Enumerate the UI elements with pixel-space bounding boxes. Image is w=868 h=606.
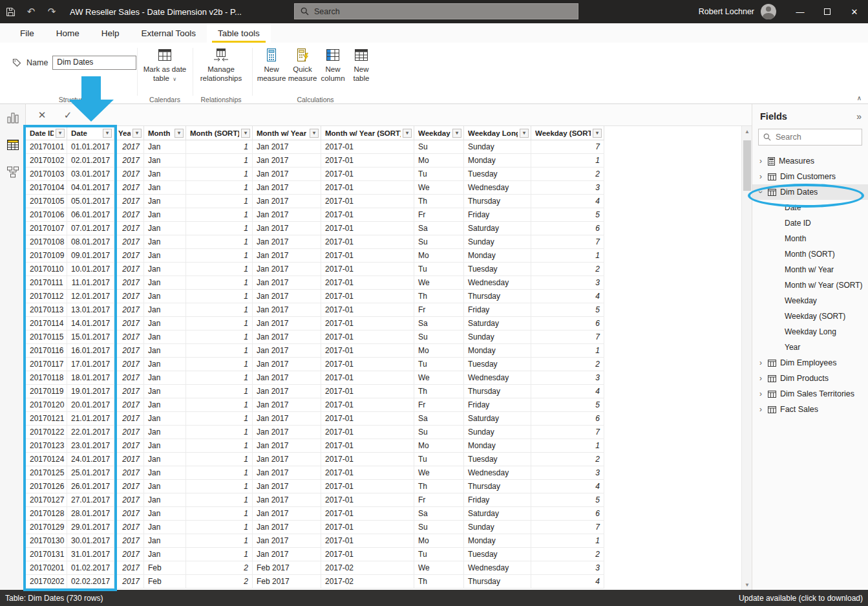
cell[interactable]: We — [414, 371, 464, 385]
cell[interactable]: Tuesday — [464, 548, 531, 561]
field-column-date-id[interactable]: Date ID — [752, 215, 868, 231]
save-button[interactable] — [0, 0, 21, 23]
cell[interactable]: 1 — [186, 303, 253, 317]
cell[interactable]: 15.01.2017 — [67, 330, 114, 344]
column-header-date-id[interactable]: Date ID▾ — [26, 126, 67, 140]
cell[interactable]: 16.01.2017 — [67, 344, 114, 358]
cell[interactable]: 2017 — [114, 371, 144, 385]
cell[interactable]: 20170102 — [26, 154, 67, 168]
cell[interactable]: 2017 — [114, 330, 144, 344]
cell[interactable]: Jan 2017 — [253, 385, 321, 398]
cell[interactable]: 23.01.2017 — [67, 439, 114, 453]
undo-button[interactable]: ↶ — [21, 0, 41, 23]
cell[interactable]: 12.01.2017 — [67, 290, 114, 303]
cell[interactable]: 2017 — [114, 453, 144, 466]
cell[interactable]: Jan — [144, 385, 186, 398]
cell[interactable]: 2017-01 — [321, 154, 414, 168]
column-header-weekday-sort[interactable]: Weekday (SORT)▾ — [531, 126, 604, 140]
cell[interactable]: 2017-01 — [321, 276, 414, 290]
cell[interactable]: 1 — [531, 344, 604, 358]
cell[interactable]: 2017-01 — [321, 303, 414, 317]
cell[interactable]: Jan 2017 — [253, 466, 321, 480]
cell[interactable]: 2017 — [114, 303, 144, 317]
column-filter-dropdown-icon[interactable]: ▾ — [403, 129, 412, 138]
cell[interactable]: 1 — [186, 344, 253, 358]
cell[interactable]: Jan — [144, 208, 186, 222]
cell[interactable]: We — [414, 181, 464, 195]
cell[interactable]: 1 — [186, 208, 253, 222]
cell[interactable]: 2017-01 — [321, 426, 414, 439]
cell[interactable]: 2017 — [114, 208, 144, 222]
cell[interactable]: Jan — [144, 398, 186, 412]
table-name-input[interactable]: Dim Dates — [52, 56, 136, 70]
cell[interactable]: 20170123 — [26, 439, 67, 453]
cell[interactable]: Jan — [144, 480, 186, 493]
column-filter-dropdown-icon[interactable]: ▾ — [175, 129, 184, 138]
cell[interactable]: 2017-01 — [321, 548, 414, 561]
cell[interactable]: 22.01.2017 — [67, 426, 114, 439]
cell[interactable]: 2017-01 — [321, 290, 414, 303]
cell[interactable]: 2017 — [114, 575, 144, 589]
cell[interactable]: Jan — [144, 330, 186, 344]
cell[interactable]: 2017 — [114, 507, 144, 521]
cell[interactable]: 02.01.2017 — [67, 154, 114, 168]
cell[interactable]: 1 — [186, 385, 253, 398]
cell[interactable]: Monday — [464, 439, 531, 453]
cell[interactable]: 2017-01 — [321, 317, 414, 330]
field-table-dim-dates[interactable]: ›Dim Dates — [752, 184, 868, 200]
cell[interactable]: 5 — [531, 493, 604, 507]
cell[interactable]: Jan 2017 — [253, 222, 321, 235]
cell[interactable]: 7 — [531, 426, 604, 439]
cell[interactable]: 20170122 — [26, 426, 67, 439]
cell[interactable]: Tu — [414, 548, 464, 561]
cell[interactable]: Feb 2017 — [253, 575, 321, 589]
collapse-pane-icon[interactable]: » — [856, 111, 862, 122]
cell[interactable]: 20170111 — [26, 276, 67, 290]
tab-home[interactable]: Home — [45, 23, 90, 43]
cell[interactable]: 20170114 — [26, 317, 67, 330]
cell[interactable]: 1 — [186, 412, 253, 426]
cell[interactable]: 20170118 — [26, 371, 67, 385]
cell[interactable]: 2017-01 — [321, 453, 414, 466]
cell[interactable]: 27.01.2017 — [67, 493, 114, 507]
cell[interactable]: 1 — [186, 181, 253, 195]
cell[interactable]: 20170124 — [26, 453, 67, 466]
cell[interactable]: 2017-01 — [321, 480, 414, 493]
cell[interactable]: 03.01.2017 — [67, 168, 114, 181]
cell[interactable]: We — [414, 466, 464, 480]
cell[interactable]: Th — [414, 385, 464, 398]
cell[interactable]: 2017-01 — [321, 195, 414, 208]
cell[interactable]: 3 — [531, 371, 604, 385]
cell[interactable]: 2017 — [114, 439, 144, 453]
cell[interactable]: Jan 2017 — [253, 154, 321, 168]
cell[interactable]: 2017 — [114, 493, 144, 507]
cell[interactable]: Jan — [144, 426, 186, 439]
cell[interactable]: 1 — [186, 249, 253, 263]
cell[interactable]: 20170117 — [26, 358, 67, 371]
field-table-measures[interactable]: ›Measures — [752, 153, 868, 169]
cell[interactable]: 20170119 — [26, 385, 67, 398]
cell[interactable]: 5 — [531, 303, 604, 317]
new-column-button[interactable]: New column — [318, 48, 348, 83]
cell[interactable]: 30.01.2017 — [67, 534, 114, 548]
cell[interactable]: Sa — [414, 222, 464, 235]
cell[interactable]: 4 — [531, 575, 604, 589]
cell[interactable]: 20170115 — [26, 330, 67, 344]
cell[interactable]: 2017-01 — [321, 330, 414, 344]
tab-help[interactable]: Help — [90, 23, 131, 43]
data-view-button[interactable] — [5, 136, 21, 153]
cell[interactable]: 1 — [531, 534, 604, 548]
cell[interactable]: 25.01.2017 — [67, 466, 114, 480]
cell[interactable]: 2017-02 — [321, 561, 414, 575]
cell[interactable]: Wednesday — [464, 561, 531, 575]
cell[interactable]: Jan — [144, 521, 186, 534]
cell[interactable]: 3 — [531, 561, 604, 575]
cell[interactable]: 7 — [531, 235, 604, 249]
cell[interactable]: 24.01.2017 — [67, 453, 114, 466]
cell[interactable]: 1 — [186, 195, 253, 208]
titlebar-search-input[interactable]: Search — [294, 3, 578, 19]
cell[interactable]: 2017-01 — [321, 521, 414, 534]
cell[interactable]: 20170120 — [26, 398, 67, 412]
cell[interactable]: Su — [414, 330, 464, 344]
cell[interactable]: Jan — [144, 263, 186, 276]
